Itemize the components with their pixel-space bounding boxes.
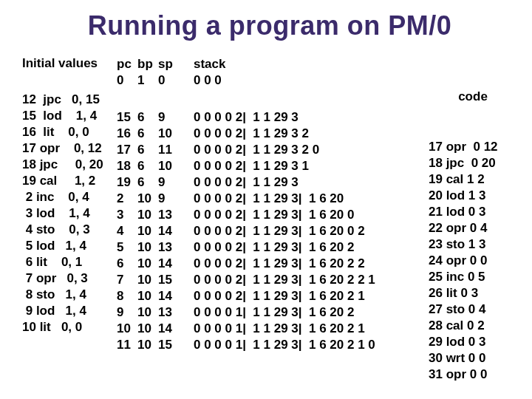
instruction-list: 12 jpc 0, 15 15 lod 1, 4 16 lit 0, 0 17 …: [22, 92, 117, 335]
sp-column: sp 0 9 10 11 10 9 9 13 14 13 14 15 14 13…: [158, 56, 186, 353]
pc-initial: 0: [117, 72, 137, 89]
sp-header: sp: [158, 56, 186, 72]
sp-initial: 0: [158, 72, 186, 89]
pc-header: pc: [117, 56, 137, 72]
code-header: code: [429, 89, 517, 105]
code-column: code 17 opr 0 12 18 jpc 0 20 19 cal 1 2 …: [429, 56, 517, 399]
bp-values: 6 6 6 6 6 10 10 10 10 10 10 10 10 10 10: [137, 109, 158, 353]
stack-column: stack 0 0 0 0 0 0 0 2| 1 1 29 3 0 0 0 0 …: [194, 56, 423, 353]
bp-initial: 1: [137, 72, 158, 89]
sp-values: 9 10 11 10 9 9 13 14 13 14 15 14 13 14 1…: [158, 109, 186, 353]
stack-values: 0 0 0 0 2| 1 1 29 3 0 0 0 0 2| 1 1 29 3 …: [194, 109, 423, 353]
bp-header: bp: [137, 56, 158, 72]
initial-values-label: Initial values: [22, 56, 117, 71]
instruction-column: Initial values 12 jpc 0, 15 15 lod 1, 4 …: [22, 56, 117, 335]
pc-column: pc 0 15 16 17 18 19 2 3 4 5 6 7 8 9 10 1…: [117, 56, 137, 353]
pc-values: 15 16 17 18 19 2 3 4 5 6 7 8 9 10 11: [117, 109, 137, 353]
main-content: Initial values 12 jpc 0, 15 15 lod 1, 4 …: [22, 56, 517, 399]
code-listing: 17 opr 0 12 18 jpc 0 20 19 cal 1 2 20 lo…: [429, 139, 517, 383]
stack-initial: 0 0 0: [194, 72, 423, 89]
bp-column: bp 1 6 6 6 6 6 10 10 10 10 10 10 10 10 1…: [137, 56, 158, 353]
slide-title: Running a program on PM/0: [22, 10, 517, 41]
stack-header: stack: [194, 56, 423, 72]
